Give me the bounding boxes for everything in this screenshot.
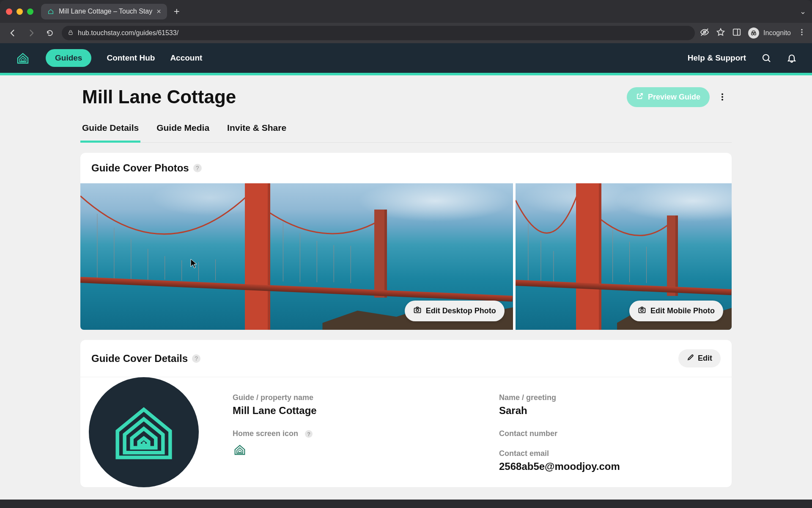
svg-point-13 xyxy=(721,96,723,98)
svg-point-8 xyxy=(801,31,802,33)
incognito-badge[interactable]: Incognito xyxy=(748,28,791,39)
search-icon[interactable] xyxy=(761,53,771,63)
forward-button[interactable] xyxy=(25,26,38,40)
incognito-icon xyxy=(748,28,759,39)
label-contact-email: Contact email xyxy=(499,449,732,458)
svg-point-5 xyxy=(752,33,754,35)
app-viewport: Guides Content Hub Account Help & Suppor… xyxy=(0,43,812,508)
nav-help-support[interactable]: Help & Support xyxy=(688,53,746,63)
tab-guide-media[interactable]: Guide Media xyxy=(156,123,209,142)
cover-details-card: Guide Cover Details ? Edit xyxy=(80,340,732,487)
star-icon[interactable] xyxy=(716,28,725,39)
app-topnav: Guides Content Hub Account Help & Suppor… xyxy=(0,43,812,73)
window-zoom-button[interactable] xyxy=(27,8,33,15)
panel-icon[interactable] xyxy=(732,28,741,39)
svg-point-7 xyxy=(801,29,802,30)
tab-invite-share[interactable]: Invite & Share xyxy=(227,123,286,142)
incognito-label: Incognito xyxy=(763,29,791,37)
preview-guide-button[interactable]: Preview Guide xyxy=(627,87,710,107)
browser-toolbar: hub.touchstay.com/guides/61533/ Incognit… xyxy=(0,23,812,43)
edit-cover-details-button[interactable]: Edit xyxy=(678,349,721,367)
pencil-icon xyxy=(687,353,694,363)
cover-details-title: Guide Cover Details xyxy=(91,353,188,364)
window-close-button[interactable] xyxy=(6,8,12,15)
window-chrome: Mill Lane Cottage – Touch Stay × + ⌄ xyxy=(0,0,812,23)
svg-point-40 xyxy=(142,442,145,444)
kebab-icon[interactable] xyxy=(798,28,806,38)
nav-account[interactable]: Account xyxy=(170,53,202,63)
field-greeting: Name / greeting Sarah xyxy=(499,393,732,417)
bell-icon[interactable] xyxy=(787,53,797,63)
reload-button[interactable] xyxy=(43,26,57,40)
svg-rect-3 xyxy=(733,29,741,36)
svg-point-6 xyxy=(754,33,756,35)
help-icon[interactable]: ? xyxy=(305,430,313,438)
help-icon[interactable]: ? xyxy=(193,164,202,172)
nav-content-hub[interactable]: Content Hub xyxy=(107,53,155,63)
label-contact-number: Contact number xyxy=(499,429,732,438)
browser-tab[interactable]: Mill Lane Cottage – Touch Stay × xyxy=(41,4,167,19)
nav-guides[interactable]: Guides xyxy=(46,49,91,67)
edit-mobile-photo-label: Edit Mobile Photo xyxy=(650,306,715,315)
home-screen-icon-preview xyxy=(233,442,465,458)
favicon-house-icon xyxy=(47,8,55,15)
cursor-icon xyxy=(190,259,197,269)
more-menu-button[interactable] xyxy=(715,89,730,105)
back-button[interactable] xyxy=(6,26,19,40)
svg-point-14 xyxy=(721,99,723,100)
svg-line-11 xyxy=(768,60,770,62)
close-icon[interactable]: × xyxy=(156,7,161,16)
edit-label: Edit xyxy=(698,354,712,363)
browser-tab-title: Mill Lane Cottage – Touch Stay xyxy=(59,8,152,15)
new-tab-button[interactable]: + xyxy=(174,6,180,17)
svg-rect-0 xyxy=(69,32,72,34)
camera-icon xyxy=(413,306,422,316)
edit-desktop-photo-label: Edit Desktop Photo xyxy=(426,306,496,315)
edit-mobile-photo-button[interactable]: Edit Mobile Photo xyxy=(629,301,723,321)
page-header: Mill Lane Cottage Preview Guide xyxy=(80,75,732,112)
address-bar[interactable]: hub.touchstay.com/guides/61533/ xyxy=(62,26,695,40)
svg-point-30 xyxy=(416,309,419,312)
page-title: Mill Lane Cottage xyxy=(82,86,236,108)
lock-icon xyxy=(68,30,74,37)
traffic-lights xyxy=(6,8,33,15)
svg-point-9 xyxy=(801,34,802,35)
label-property-name: Guide / property name xyxy=(233,393,465,402)
eye-off-icon[interactable] xyxy=(700,28,709,39)
external-link-icon xyxy=(636,92,644,102)
camera-icon xyxy=(638,306,646,316)
label-home-icon: Home screen icon ? xyxy=(233,429,465,438)
field-home-icon: Home screen icon ? xyxy=(233,429,465,472)
field-property-name: Guide / property name Mill Lane Cottage xyxy=(233,393,465,417)
svg-point-10 xyxy=(763,55,769,61)
desktop-cover-photo: Edit Desktop Photo xyxy=(80,183,513,330)
url-text: hub.touchstay.com/guides/61533/ xyxy=(78,29,178,37)
value-property-name: Mill Lane Cottage xyxy=(233,405,465,417)
cover-photos-card: Guide Cover Photos ? xyxy=(80,153,732,330)
preview-guide-label: Preview Guide xyxy=(648,93,700,102)
value-contact-email: 2568ab5e@moodjoy.com xyxy=(499,461,732,472)
chevron-down-icon[interactable]: ⌄ xyxy=(800,7,806,16)
help-icon[interactable]: ? xyxy=(192,354,200,363)
guide-avatar xyxy=(80,377,207,487)
tabs-row: Guide Details Guide Media Invite & Share xyxy=(80,112,732,143)
cover-photos-title: Guide Cover Photos xyxy=(91,162,189,174)
tab-guide-details[interactable]: Guide Details xyxy=(82,123,139,142)
field-contact-number-and-email: Contact number Contact email 2568ab5e@mo… xyxy=(499,429,732,472)
window-minimize-button[interactable] xyxy=(16,8,23,15)
brand-logo-icon[interactable] xyxy=(15,50,30,66)
svg-point-12 xyxy=(721,94,723,95)
edit-desktop-photo-button[interactable]: Edit Desktop Photo xyxy=(405,301,505,321)
svg-point-39 xyxy=(641,309,643,312)
label-greeting: Name / greeting xyxy=(499,393,732,402)
value-greeting: Sarah xyxy=(499,405,732,417)
mobile-cover-photo: Edit Mobile Photo xyxy=(516,183,732,330)
